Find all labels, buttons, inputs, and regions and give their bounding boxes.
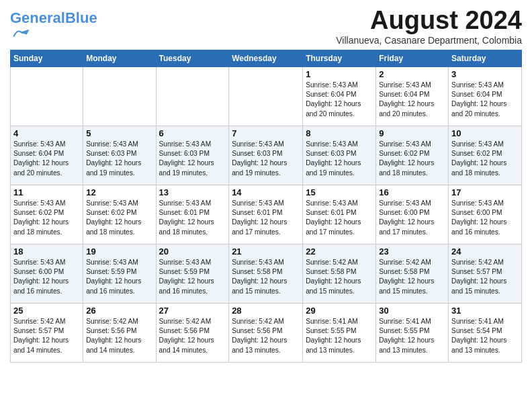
weekday-header-wednesday: Wednesday [229,50,303,66]
day-number: 5 [86,128,152,138]
calendar-week-3: 11Sunrise: 5:43 AM Sunset: 6:02 PM Dayli… [11,185,522,244]
day-number: 15 [306,187,373,197]
calendar-cell: 28Sunrise: 5:42 AM Sunset: 5:56 PM Dayli… [229,303,303,362]
calendar-cell [83,66,156,126]
day-number: 19 [86,246,152,257]
day-number: 20 [159,246,226,257]
day-number: 7 [232,128,300,138]
day-info: Sunrise: 5:43 AM Sunset: 6:01 PM Dayligh… [232,199,300,237]
calendar-week-1: 1Sunrise: 5:43 AM Sunset: 6:04 PM Daylig… [11,66,522,126]
weekday-header-thursday: Thursday [303,50,376,66]
day-number: 30 [379,306,445,316]
calendar-cell: 21Sunrise: 5:43 AM Sunset: 5:58 PM Dayli… [229,244,303,303]
day-info: Sunrise: 5:43 AM Sunset: 6:01 PM Dayligh… [306,199,373,237]
day-number: 11 [13,187,80,197]
weekday-header-saturday: Saturday [449,50,522,66]
calendar-cell: 19Sunrise: 5:43 AM Sunset: 5:59 PM Dayli… [83,244,156,303]
calendar-cell [156,66,229,126]
day-info: Sunrise: 5:43 AM Sunset: 6:03 PM Dayligh… [306,140,373,178]
day-number: 1 [306,69,373,79]
location-subtitle: Villanueva, Casanare Department, Colombi… [336,35,522,46]
day-info: Sunrise: 5:43 AM Sunset: 5:58 PM Dayligh… [232,258,300,296]
day-info: Sunrise: 5:43 AM Sunset: 6:02 PM Dayligh… [451,140,519,178]
calendar-header: SundayMondayTuesdayWednesdayThursdayFrid… [11,50,522,66]
calendar-cell: 27Sunrise: 5:42 AM Sunset: 5:56 PM Dayli… [156,303,229,362]
day-info: Sunrise: 5:43 AM Sunset: 6:04 PM Dayligh… [13,140,80,178]
day-info: Sunrise: 5:41 AM Sunset: 5:55 PM Dayligh… [379,317,445,355]
day-info: Sunrise: 5:43 AM Sunset: 6:00 PM Dayligh… [451,199,519,237]
day-info: Sunrise: 5:43 AM Sunset: 6:03 PM Dayligh… [159,140,226,178]
calendar-cell: 29Sunrise: 5:41 AM Sunset: 5:55 PM Dayli… [303,303,376,362]
calendar-cell: 15Sunrise: 5:43 AM Sunset: 6:01 PM Dayli… [303,185,376,244]
calendar-cell: 4Sunrise: 5:43 AM Sunset: 6:04 PM Daylig… [11,126,83,185]
title-block: August 2024 Villanueva, Casanare Departm… [336,7,522,46]
calendar-cell: 17Sunrise: 5:43 AM Sunset: 6:00 PM Dayli… [449,185,522,244]
calendar-cell: 10Sunrise: 5:43 AM Sunset: 6:02 PM Dayli… [449,126,522,185]
calendar-cell: 2Sunrise: 5:43 AM Sunset: 6:04 PM Daylig… [376,66,449,126]
calendar-cell: 1Sunrise: 5:43 AM Sunset: 6:04 PM Daylig… [303,66,376,126]
calendar-table: SundayMondayTuesdayWednesdayThursdayFrid… [10,50,522,363]
logo: GeneralBlue [10,11,97,43]
page-header: GeneralBlue August 2024 Villanueva, Casa… [10,7,522,46]
day-info: Sunrise: 5:41 AM Sunset: 5:55 PM Dayligh… [306,317,373,355]
calendar-cell [229,66,303,126]
day-number: 25 [13,306,80,316]
day-info: Sunrise: 5:43 AM Sunset: 5:59 PM Dayligh… [86,258,152,296]
calendar-cell [11,66,83,126]
calendar-cell: 22Sunrise: 5:42 AM Sunset: 5:58 PM Dayli… [303,244,376,303]
day-number: 18 [13,246,80,257]
day-number: 24 [451,246,519,257]
calendar-body: 1Sunrise: 5:43 AM Sunset: 6:04 PM Daylig… [11,66,522,362]
day-number: 26 [86,306,152,316]
day-number: 8 [306,128,373,138]
day-info: Sunrise: 5:43 AM Sunset: 6:00 PM Dayligh… [13,258,80,296]
day-number: 27 [159,306,226,316]
calendar-cell: 6Sunrise: 5:43 AM Sunset: 6:03 PM Daylig… [156,126,229,185]
calendar-cell: 16Sunrise: 5:43 AM Sunset: 6:00 PM Dayli… [376,185,449,244]
weekday-header-friday: Friday [376,50,449,66]
day-number: 29 [306,306,373,316]
calendar-cell: 13Sunrise: 5:43 AM Sunset: 6:01 PM Dayli… [156,185,229,244]
day-info: Sunrise: 5:42 AM Sunset: 5:56 PM Dayligh… [86,317,152,355]
day-info: Sunrise: 5:43 AM Sunset: 6:02 PM Dayligh… [13,199,80,237]
calendar-cell: 24Sunrise: 5:42 AM Sunset: 5:57 PM Dayli… [449,244,522,303]
logo-blue: Blue [65,9,97,26]
calendar-week-5: 25Sunrise: 5:42 AM Sunset: 5:57 PM Dayli… [11,303,522,362]
day-number: 13 [159,187,226,197]
day-info: Sunrise: 5:43 AM Sunset: 6:04 PM Dayligh… [306,81,373,119]
calendar-cell: 11Sunrise: 5:43 AM Sunset: 6:02 PM Dayli… [11,185,83,244]
day-number: 17 [451,187,519,197]
day-info: Sunrise: 5:42 AM Sunset: 5:57 PM Dayligh… [13,317,80,355]
day-number: 3 [451,69,519,79]
day-info: Sunrise: 5:42 AM Sunset: 5:57 PM Dayligh… [451,258,519,296]
weekday-header-sunday: Sunday [11,50,83,66]
day-number: 22 [306,246,373,257]
weekday-header-tuesday: Tuesday [156,50,229,66]
logo-text: GeneralBlue [10,11,97,26]
calendar-week-4: 18Sunrise: 5:43 AM Sunset: 6:00 PM Dayli… [11,244,522,303]
day-number: 4 [13,128,80,138]
day-info: Sunrise: 5:43 AM Sunset: 6:02 PM Dayligh… [379,140,445,178]
day-number: 16 [379,187,445,197]
calendar-cell: 25Sunrise: 5:42 AM Sunset: 5:57 PM Dayli… [11,303,83,362]
day-info: Sunrise: 5:43 AM Sunset: 5:59 PM Dayligh… [159,258,226,296]
day-number: 31 [451,306,519,316]
day-info: Sunrise: 5:41 AM Sunset: 5:54 PM Dayligh… [451,317,519,355]
weekday-header-row: SundayMondayTuesdayWednesdayThursdayFrid… [11,50,522,66]
calendar-cell: 5Sunrise: 5:43 AM Sunset: 6:03 PM Daylig… [83,126,156,185]
day-info: Sunrise: 5:42 AM Sunset: 5:58 PM Dayligh… [306,258,373,296]
calendar-cell: 12Sunrise: 5:43 AM Sunset: 6:02 PM Dayli… [83,185,156,244]
day-number: 14 [232,187,300,197]
day-number: 6 [159,128,226,138]
calendar-cell: 20Sunrise: 5:43 AM Sunset: 5:59 PM Dayli… [156,244,229,303]
day-info: Sunrise: 5:42 AM Sunset: 5:56 PM Dayligh… [159,317,226,355]
day-info: Sunrise: 5:43 AM Sunset: 6:01 PM Dayligh… [159,199,226,237]
day-number: 21 [232,246,300,257]
calendar-cell: 18Sunrise: 5:43 AM Sunset: 6:00 PM Dayli… [11,244,83,303]
day-info: Sunrise: 5:42 AM Sunset: 5:58 PM Dayligh… [379,258,445,296]
calendar-cell: 14Sunrise: 5:43 AM Sunset: 6:01 PM Dayli… [229,185,303,244]
day-number: 10 [451,128,519,138]
day-number: 2 [379,69,445,79]
calendar-cell: 26Sunrise: 5:42 AM Sunset: 5:56 PM Dayli… [83,303,156,362]
month-title: August 2024 [336,7,522,35]
